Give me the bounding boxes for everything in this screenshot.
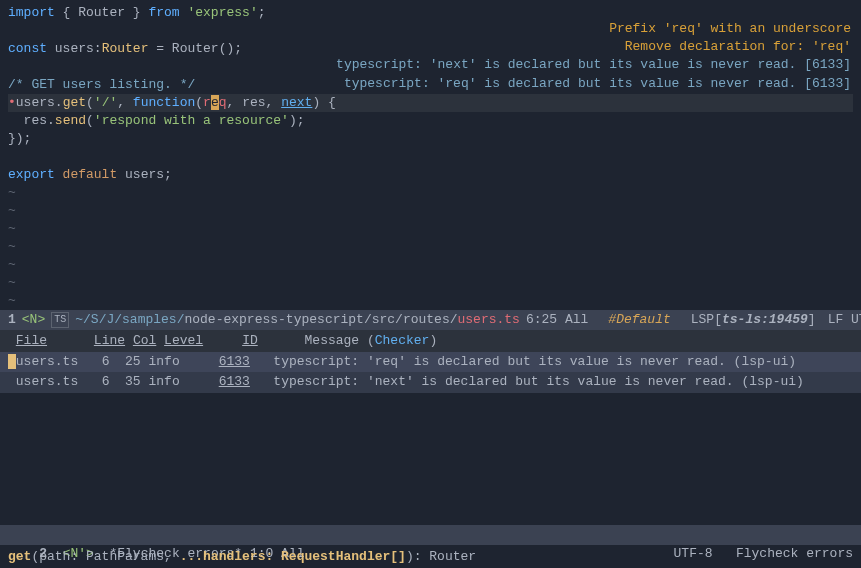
flycheck-header: File Line Col Level ID Message (Checker) [0,330,861,352]
empty-line-tilde: ~ [8,292,853,310]
hint-prefix-underscore: Prefix 'req' with an underscore [336,20,851,38]
hint-req-unused: typescript: 'req' is declared but its va… [336,75,851,93]
file-path: ~/S/J/samples/node-express-typescript/sr… [75,311,520,329]
filetype-icon: TS [51,312,69,328]
empty-line-tilde: ~ [8,202,853,220]
window-number: 1 [8,311,16,329]
empty-line-tilde: ~ [8,256,853,274]
modeline-editor[interactable]: 1 <N> TS ~/S/J/samples/node-express-type… [0,310,861,330]
lsp-status: LSP[ts-ls:19459] [691,311,816,329]
flycheck-errors-panel[interactable]: File Line Col Level ID Message (Checker)… [0,330,861,525]
empty-line-tilde: ~ [8,274,853,292]
empty-line-tilde: ~ [8,238,853,256]
code-line-9[interactable] [8,148,853,166]
evil-mode-indicator: <N> [22,311,45,329]
code-line-10[interactable]: export default users; [8,166,853,184]
cursor: e [211,95,219,110]
code-line-6-current[interactable]: •users.get('/', function(req, res, next)… [8,94,853,112]
code-editor[interactable]: Prefix 'req' with an underscore Remove d… [0,0,861,310]
cursor-position: 6:25 All [526,311,588,329]
empty-line-tilde: ~ [8,220,853,238]
encoding: UTF-8 [674,546,713,561]
perspective-name: #Default [608,311,670,329]
encoding: LF UTF-8 [828,311,861,329]
major-mode: Flycheck errors [736,546,853,561]
empty-line-tilde: ~ [8,184,853,202]
diagnostic-hints: Prefix 'req' with an underscore Remove d… [336,20,851,93]
hint-next-unused: typescript: 'next' is declared but its v… [336,56,851,74]
hint-remove-declaration: Remove declaration for: 'req' [336,38,851,56]
code-line-8[interactable]: }); [8,130,853,148]
flycheck-error-row[interactable]: users.ts 6 25 info 6133 typescript: 'req… [0,352,861,372]
modeline-flycheck[interactable]: 2 <N'> *Flycheck errors* 1:0 All UTF-8 F… [0,525,861,545]
code-line-7[interactable]: res.send('respond with a resource'); [8,112,853,130]
flycheck-error-row[interactable]: users.ts 6 35 info 6133 typescript: 'nex… [0,372,861,392]
